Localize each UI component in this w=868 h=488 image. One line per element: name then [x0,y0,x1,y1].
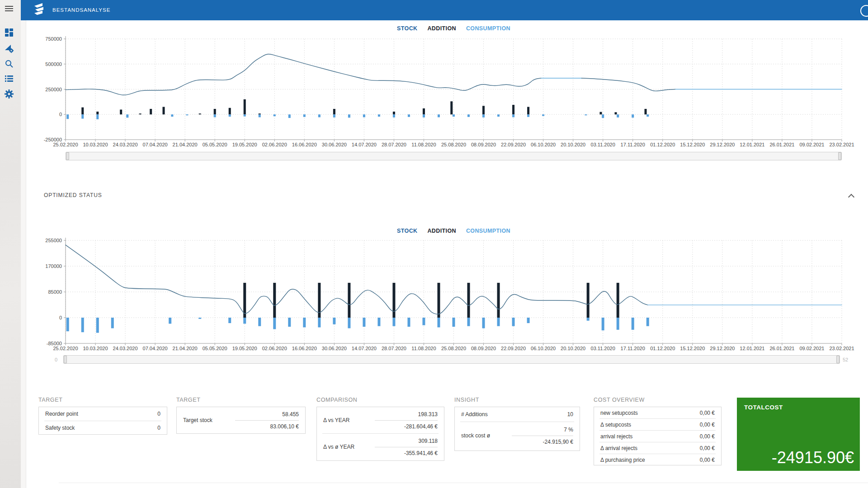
row-label: new setupcosts [600,410,638,416]
svg-text:10.03.2020: 10.03.2020 [83,346,108,351]
sidebar [0,0,21,488]
row-value: 0,00 € [700,445,715,451]
svg-text:17.11.2020: 17.11.2020 [621,346,645,351]
table-row: stock cost ø 7 % -24.915,90 € [455,422,580,449]
stock-chart-optimized: 25.02.202010.03.202024.03.202007.04.2020… [41,224,868,359]
row-value-bottom: -281.604,46 € [375,421,438,432]
row-label: Δ vs ø YEAR [323,444,375,450]
chart2-legend: STOCK ADDITION CONSUMPTION [66,228,842,234]
slider-handle-left[interactable] [66,152,69,160]
analytics-icon[interactable] [4,43,14,53]
row-label: Δ purchasing price [600,457,645,463]
collapse-chevron-up-icon[interactable] [849,193,854,198]
optimized-status-header: OPTIMIZED STATUS [44,192,102,198]
dashboard-icon[interactable] [4,28,14,38]
row-value-top: 7 % [512,424,573,436]
target1-title: TARGET [38,397,62,403]
legend-consumption[interactable]: CONSUMPTION [466,25,510,32]
svg-text:06.10.2020: 06.10.2020 [531,142,556,147]
row-value: 0,00 € [700,457,715,463]
cost-overview-panel: new setupcosts 0,00 € Δ setupcosts 0,00 … [594,407,722,465]
svg-text:07.04.2020: 07.04.2020 [143,142,168,147]
app-logo [33,3,45,17]
svg-text:0: 0 [59,315,62,320]
row-value: 0,00 € [700,422,715,428]
slider-max-label: 52 [843,357,848,362]
table-row: Target stock 58.455 83.006,10 € [177,407,305,433]
list-icon[interactable] [4,74,14,84]
row-value: 0,00 € [700,433,715,440]
svg-text:25.02.2020: 25.02.2020 [53,142,78,147]
svg-text:08.09.2020: 08.09.2020 [471,142,496,147]
settings-icon[interactable] [4,89,14,99]
table-row: Δ vs ø YEAR 309.118 -355.941,46 € [317,434,444,460]
svg-text:750000: 750000 [45,36,62,42]
svg-text:12.01.2021: 12.01.2021 [740,346,764,351]
legend-stock[interactable]: STOCK [397,228,418,234]
svg-text:15.12.2020: 15.12.2020 [680,346,705,351]
svg-text:22.09.2020: 22.09.2020 [501,142,526,147]
slider-handle-right[interactable] [836,356,840,363]
footer-divider [59,483,868,483]
comparison-title: COMPARISON [316,397,358,403]
svg-text:14.07.2020: 14.07.2020 [352,142,377,147]
svg-text:20.10.2020: 20.10.2020 [561,346,585,351]
slider-handle-left[interactable] [64,356,67,363]
row-value-top: 58.455 [235,408,299,420]
table-row: # Additions 10 [455,407,580,422]
svg-text:23.02.2021: 23.02.2021 [829,346,854,351]
legend-addition[interactable]: ADDITION [427,228,456,234]
row-value-top: 309.118 [375,435,438,447]
search-icon[interactable] [4,59,14,69]
row-label: Δ vs YEAR [323,417,375,423]
svg-text:29.12.2020: 29.12.2020 [710,142,735,147]
totalcost-title: TOTALCOST [744,404,783,411]
row-value-bottom: -24.915,90 € [512,436,573,448]
target2-title: TARGET [176,397,200,403]
svg-text:28.07.2020: 28.07.2020 [382,346,406,351]
svg-text:30.06.2020: 30.06.2020 [322,142,347,147]
svg-text:23.02.2021: 23.02.2021 [829,142,854,147]
svg-text:12.01.2021: 12.01.2021 [740,142,764,147]
svg-text:21.04.2020: 21.04.2020 [173,142,198,147]
row-value: 0 [157,411,160,417]
hamburger-menu-icon[interactable] [5,6,13,11]
row-label: Safety stock [45,425,75,431]
target2-panel: Target stock 58.455 83.006,10 € [176,407,306,434]
legend-addition[interactable]: ADDITION [427,25,456,32]
table-row: Δ purchasing price 0,00 € [594,454,721,465]
legend-stock[interactable]: STOCK [397,25,418,32]
svg-text:24.03.2020: 24.03.2020 [113,142,138,147]
table-row: Safety stock 0 [39,421,167,435]
svg-text:22.09.2020: 22.09.2020 [501,346,526,351]
table-row: Δ vs YEAR 198.313 -281.604,46 € [317,407,444,433]
account-icon[interactable] [860,5,868,17]
svg-text:25.08.2020: 25.08.2020 [441,142,466,147]
table-row: Δ arrival rejects 0,00 € [594,442,721,454]
svg-text:11.08.2020: 11.08.2020 [411,142,436,147]
svg-text:255000: 255000 [45,238,62,243]
svg-text:01.12.2020: 01.12.2020 [650,346,675,351]
comparison-panel: Δ vs YEAR 198.313 -281.604,46 € Δ vs ø Y… [316,407,444,461]
chart2-range-slider[interactable] [63,355,840,364]
row-value: 10 [567,411,573,418]
row-value: 0,00 € [700,410,715,416]
chart1-range-slider[interactable] [66,152,842,160]
svg-text:11.08.2020: 11.08.2020 [411,346,436,351]
svg-text:15.12.2020: 15.12.2020 [680,142,705,147]
row-value-top: 198.313 [375,408,438,420]
svg-text:21.04.2020: 21.04.2020 [173,346,198,351]
row-value-bottom: -355.941,46 € [375,447,438,459]
svg-text:20.10.2020: 20.10.2020 [561,142,585,147]
svg-text:08.09.2020: 08.09.2020 [471,346,496,351]
insight-title: INSIGHT [454,397,479,403]
svg-text:07.04.2020: 07.04.2020 [143,346,168,351]
svg-text:26.01.2021: 26.01.2021 [769,346,794,351]
legend-consumption[interactable]: CONSUMPTION [466,228,510,234]
slider-handle-right[interactable] [838,152,841,160]
page-title: BESTANDSANALYSE [52,7,110,13]
slider-min-label: 0 [55,357,57,362]
row-label: Target stock [183,417,235,423]
svg-text:02.06.2020: 02.06.2020 [262,142,287,147]
table-row: arrival rejects 0,00 € [594,431,721,442]
